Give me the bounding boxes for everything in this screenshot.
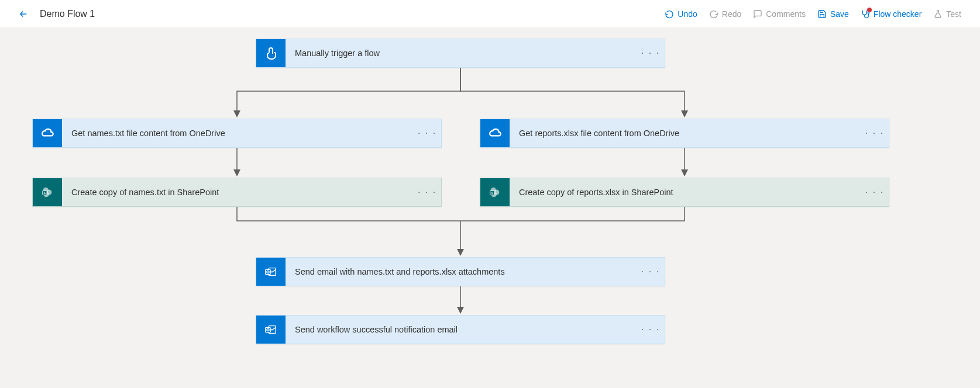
svg-text:S: S: [491, 191, 494, 195]
save-icon: [817, 9, 827, 19]
action-card-t2[interactable]: Send workflow successful notification em…: [256, 315, 665, 344]
action-label: Create copy of reports.xlsx in SharePoin…: [510, 178, 861, 206]
redo-button[interactable]: Redo: [704, 6, 746, 22]
redo-icon: [709, 9, 718, 19]
action-card-b1[interactable]: Get reports.xlsx file content from OneDr…: [480, 119, 889, 148]
redo-label: Redo: [722, 9, 741, 19]
header-bar: Demo Flow 1 Undo Redo Comments Save: [0, 0, 980, 28]
sharepoint-icon: S: [480, 178, 510, 206]
comments-label: Comments: [766, 9, 806, 19]
action-label: Send workflow successful notification em…: [286, 316, 637, 344]
stethoscope-icon: [861, 9, 870, 19]
flow-checker-label: Flow checker: [874, 9, 921, 19]
card-menu-button[interactable]: · · ·: [637, 316, 665, 344]
outlook-icon: [256, 316, 286, 344]
action-label: Send email with names.txt and reports.xl…: [286, 258, 637, 286]
card-menu-button[interactable]: · · ·: [413, 178, 441, 206]
action-card-t1[interactable]: Send email with names.txt and reports.xl…: [256, 257, 665, 286]
svg-rect-12: [266, 269, 270, 274]
undo-button[interactable]: Undo: [660, 6, 702, 22]
back-button[interactable]: [14, 5, 33, 23]
onedrive-icon: [480, 119, 510, 147]
sharepoint-icon: S: [33, 178, 62, 206]
flow-checker-button[interactable]: Flow checker: [856, 6, 926, 22]
save-button[interactable]: Save: [813, 6, 854, 22]
onedrive-icon: [33, 119, 62, 147]
outlook-icon: [256, 258, 286, 286]
svg-rect-15: [266, 327, 270, 332]
touch-icon: [256, 39, 286, 67]
card-menu-button[interactable]: · · ·: [413, 119, 441, 147]
action-card-b2[interactable]: S Create copy of reports.xlsx in SharePo…: [480, 178, 889, 207]
undo-icon: [665, 9, 674, 19]
action-label: Create copy of names.txt in SharePoint: [62, 178, 413, 206]
flow-title[interactable]: Demo Flow 1: [40, 9, 95, 19]
card-menu-button[interactable]: · · ·: [637, 39, 665, 67]
comment-icon: [753, 9, 762, 19]
trigger-card[interactable]: Manually trigger a flow · · ·: [256, 39, 665, 68]
trigger-label: Manually trigger a flow: [286, 39, 637, 67]
alert-badge-icon: [867, 8, 872, 12]
toolbar: Undo Redo Comments Save Flow checke: [660, 6, 966, 22]
card-menu-button[interactable]: · · ·: [861, 119, 889, 147]
test-label: Test: [946, 9, 961, 19]
action-label: Get reports.xlsx file content from OneDr…: [510, 119, 861, 147]
card-menu-button[interactable]: · · ·: [637, 258, 665, 286]
flow-canvas[interactable]: Manually trigger a flow · · · Get names.…: [0, 28, 980, 388]
card-menu-button[interactable]: · · ·: [861, 178, 889, 206]
undo-label: Undo: [678, 9, 697, 19]
test-button[interactable]: Test: [929, 6, 966, 22]
comments-button[interactable]: Comments: [748, 6, 810, 22]
action-card-a1[interactable]: Get names.txt file content from OneDrive…: [32, 119, 442, 148]
flask-icon: [933, 9, 943, 19]
action-label: Get names.txt file content from OneDrive: [62, 119, 413, 147]
save-label: Save: [830, 9, 849, 19]
svg-point-0: [868, 12, 869, 13]
action-card-a2[interactable]: S Create copy of names.txt in SharePoint…: [32, 178, 442, 207]
arrow-left-icon: [18, 9, 29, 19]
svg-text:S: S: [44, 191, 46, 195]
